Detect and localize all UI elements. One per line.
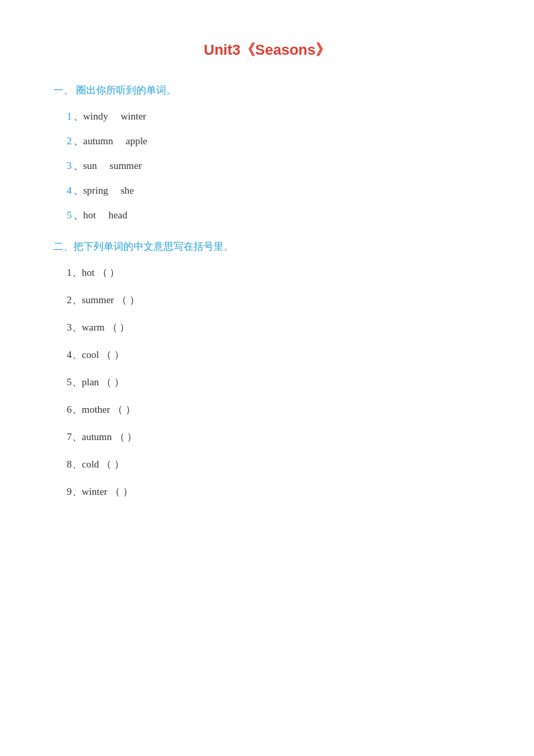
item-word: hot <box>82 267 95 278</box>
item-bracket: （ ） <box>107 322 130 333</box>
item-num: 6 <box>67 404 72 415</box>
section1: 一、 圈出你所听到的单词。 1、windy winter 2、autumn ap… <box>53 84 481 222</box>
list-item: 3、warm（ ） <box>67 321 481 334</box>
page-title: Unit3《Seasons》 <box>53 40 481 60</box>
item-bracket: （ ） <box>117 295 140 305</box>
item-bracket: （ ） <box>97 267 120 278</box>
item-word: mother <box>82 404 111 415</box>
item-num: 9 <box>67 486 72 497</box>
section2-list: 1、hot（ ） 2、summer（ ） 3、warm（ ） 4、cool（ ）… <box>53 266 481 498</box>
item-num: 8 <box>67 459 72 469</box>
item-num: 3 <box>67 160 72 171</box>
item-num: 4 <box>67 349 72 360</box>
item-words: windy winter <box>83 111 147 122</box>
list-item: 1、hot（ ） <box>67 266 481 279</box>
item-bracket: （ ） <box>110 486 133 497</box>
item-num: 1 <box>67 267 72 278</box>
section1-list: 1、windy winter 2、autumn apple 3、sun summ… <box>53 110 481 222</box>
item-words: sun summer <box>83 160 142 171</box>
item-word: cold <box>82 459 99 469</box>
section2-title: 二、把下列单词的中文意思写在括号里。 <box>53 240 481 253</box>
item-word: winter <box>82 486 107 497</box>
list-item: 4、spring she <box>67 184 481 197</box>
list-item: 9、winter（ ） <box>67 486 481 498</box>
section1-title: 一、 圈出你所听到的单词。 <box>53 84 481 97</box>
item-word: warm <box>82 322 105 333</box>
item-words: hot head <box>83 210 127 220</box>
item-word: cool <box>82 349 99 360</box>
item-word: plan <box>82 377 99 387</box>
list-item: 1、windy winter <box>67 110 481 123</box>
list-item: 8、cold（ ） <box>67 458 481 471</box>
list-item: 7、autumn（ ） <box>67 431 481 443</box>
list-item: 2、summer（ ） <box>67 294 481 307</box>
list-item: 6、mother（ ） <box>67 403 481 416</box>
item-words: autumn apple <box>83 136 148 146</box>
item-word: summer <box>82 295 114 305</box>
item-num: 2 <box>67 136 72 146</box>
list-item: 4、cool（ ） <box>67 349 481 361</box>
item-bracket: （ ） <box>101 459 124 469</box>
list-item: 3、sun summer <box>67 160 481 172</box>
item-num: 1 <box>67 111 72 122</box>
item-num: 7 <box>67 431 72 442</box>
section2: 二、把下列单词的中文意思写在括号里。 1、hot（ ） 2、summer（ ） … <box>53 240 481 498</box>
item-num: 5 <box>67 377 72 387</box>
item-bracket: （ ） <box>113 404 136 415</box>
list-item: 5、plan（ ） <box>67 376 481 389</box>
item-num: 4 <box>67 185 72 196</box>
item-num: 5 <box>67 210 72 220</box>
item-words: spring she <box>83 185 134 196</box>
item-bracket: （ ） <box>101 377 124 387</box>
item-bracket: （ ） <box>115 431 138 442</box>
item-num: 3 <box>67 322 72 333</box>
item-bracket: （ ） <box>101 349 124 360</box>
list-item: 5、hot head <box>67 209 481 222</box>
list-item: 2、autumn apple <box>67 135 481 148</box>
item-num: 2 <box>67 295 72 305</box>
item-word: autumn <box>82 431 112 442</box>
